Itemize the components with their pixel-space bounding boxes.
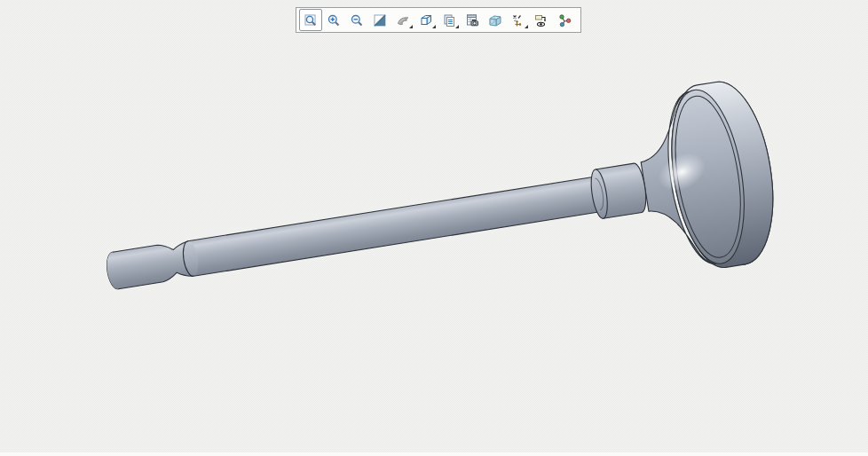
dropdown-arrow-icon <box>455 25 459 28</box>
datum-display-icon <box>511 13 525 28</box>
valve-stem <box>188 176 604 276</box>
saved-view-list-icon <box>442 13 456 28</box>
spin-center-icon <box>557 13 572 28</box>
saved-view-list-button[interactable] <box>438 9 461 31</box>
spin-center-button[interactable] <box>553 9 576 31</box>
view-manager-button[interactable] <box>461 9 484 31</box>
graphics-area[interactable] <box>0 0 868 456</box>
stem-tip-and-groove <box>105 240 193 290</box>
shading-icon <box>396 13 410 28</box>
view-toolbar <box>296 7 581 33</box>
zoom-out-button[interactable] <box>345 9 368 31</box>
datum-display-button[interactable] <box>507 9 530 31</box>
annotation-display-button[interactable] <box>530 9 553 31</box>
zoom-in-icon <box>327 13 341 28</box>
dropdown-arrow-icon <box>432 25 436 28</box>
model-viewport[interactable] <box>0 0 868 456</box>
repaint-button[interactable] <box>368 9 391 31</box>
refit-icon <box>304 13 318 28</box>
window-bottom-edge <box>0 452 868 456</box>
perspective-button[interactable] <box>484 9 507 31</box>
dropdown-arrow-icon <box>525 25 528 28</box>
shading-button[interactable] <box>391 9 414 31</box>
dropdown-arrow-icon <box>409 25 413 28</box>
zoom-in-button[interactable] <box>322 9 345 31</box>
annotation-display-icon <box>534 13 548 28</box>
perspective-icon <box>488 13 502 28</box>
zoom-out-icon <box>350 13 364 28</box>
refit-button[interactable] <box>299 9 322 31</box>
repaint-icon <box>373 13 387 28</box>
view-manager-icon <box>465 13 479 28</box>
valve-model[interactable] <box>93 75 785 363</box>
display-style-icon <box>419 13 433 28</box>
display-style-button[interactable] <box>414 9 438 31</box>
